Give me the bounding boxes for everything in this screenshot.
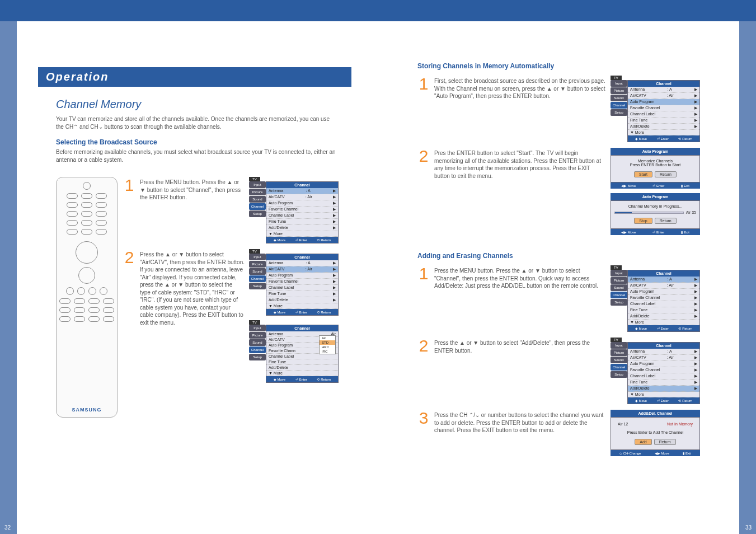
osd-catv-dropdown: TV Input Picture Sound Channel Setup <box>249 320 339 383</box>
osd-aircatv-selected: TV Input Picture Sound Channel Setup <box>249 249 339 316</box>
auto-step-number-1: 1 <box>417 76 430 92</box>
step-number-2: 2 <box>123 249 135 266</box>
auto-step-1-text: First, select the broadcast source as de… <box>434 76 606 100</box>
step-2-text: Press the ▲ or ▼ button to select "Air/C… <box>140 249 245 326</box>
osd-adddel-channel-dialog: Add&Del. Channel Air 12Not In Memory Pre… <box>611 410 700 456</box>
page-number-right: 33 <box>745 524 752 531</box>
selecting-source-heading: Selecting the Broadcast Source <box>56 138 339 146</box>
remote-brand-logo: SAMSUNG <box>72 407 101 413</box>
ae-step-1-text: Press the MENU button. Press the ▲ or ▼ … <box>434 265 606 290</box>
operation-header: Operation <box>38 67 351 87</box>
ae-step-number-2: 2 <box>417 338 430 354</box>
ae-step-number-3: 3 <box>417 410 430 427</box>
auto-step-2-text: Pres the ENTER button to select "Start".… <box>434 148 606 180</box>
step-1-text: Press the MENU button. Press the ▲ or ▼ … <box>140 177 245 202</box>
osd-channel-menu-1: TV Input Picture Sound Channel Setup Cha… <box>249 177 339 243</box>
channel-memory-intro: Your TV can memorize and store all of th… <box>56 115 339 130</box>
add-erase-heading: Adding and Erasing Channels <box>417 252 700 260</box>
ae-step-number-1: 1 <box>417 265 430 282</box>
ae-step-2-text: Press the ▲ or ▼ button to select "Add/D… <box>434 338 606 354</box>
remote-illustration: SAMSUNG <box>56 177 118 418</box>
osd-auto-program-start: Auto Program Memorize Channels Press ENT… <box>611 148 700 189</box>
osd-ae-channel-menu: TV Input Picture Sound Channel Setup Cha… <box>611 265 700 332</box>
step-number-1: 1 <box>123 177 135 194</box>
osd-auto-program-hl: TV Input Picture Sound Channel Setup Cha… <box>611 76 700 142</box>
storing-auto-heading: Storing Channels in Memory Automatically <box>417 62 700 70</box>
osd-ae-adddelete-hl: TV Input Picture Sound Channel Setup Cha… <box>611 338 700 404</box>
osd-auto-program-progress: Auto Program Channel Memory in Progress.… <box>611 193 700 235</box>
selecting-source-intro: Before memorizing available channels, yo… <box>56 148 339 163</box>
channel-memory-title: Channel Memory <box>56 98 339 111</box>
ae-step-3-text: Press the CH ⌃/⌄ or number buttons to se… <box>434 410 606 434</box>
page-number-left: 32 <box>4 524 11 531</box>
auto-step-number-2: 2 <box>417 148 430 165</box>
